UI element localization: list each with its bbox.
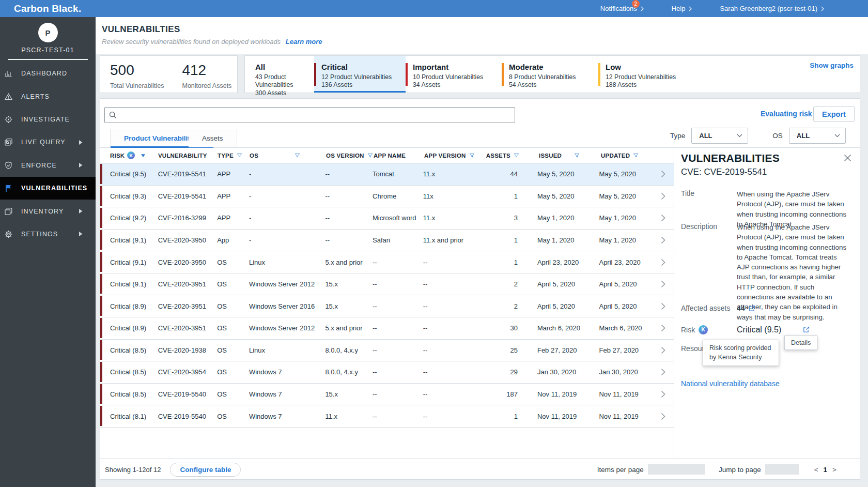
chevron-right-icon	[821, 6, 824, 11]
column-header-issued[interactable]: ISSUED	[522, 153, 601, 159]
sidebar-item-label: DASHBOARD	[21, 70, 67, 77]
filter-icon[interactable]	[237, 153, 242, 158]
row-expand-chevron-icon[interactable]	[661, 214, 674, 222]
filter-icon[interactable]	[295, 153, 300, 158]
type-filter-select[interactable]: ALL	[691, 128, 748, 144]
close-icon[interactable]	[844, 154, 851, 162]
table-row[interactable]: Critical (8.1)CVE-2019-5540OSWindows 711…	[100, 405, 674, 428]
table-row[interactable]: Critical (9.1)CVE-2020-3951OSWindows Ser…	[100, 273, 674, 296]
sidebar-item-alerts[interactable]: ALERTS	[0, 85, 96, 108]
filter-icon[interactable]	[574, 153, 580, 158]
column-header-updated[interactable]: UPDATED	[601, 153, 663, 159]
filter-icon[interactable]	[514, 153, 519, 158]
row-expand-chevron-icon[interactable]	[661, 236, 674, 244]
avatar[interactable]: P	[38, 23, 58, 42]
brand-logo[interactable]: Carbon Black.	[0, 3, 81, 14]
column-header-app-version[interactable]: APP VERSION	[424, 153, 481, 159]
cell-vulnerability: CVE-2020-3951	[158, 324, 218, 332]
table-row[interactable]: Critical (9.2)CVE-2016-3299APP---Microso…	[100, 207, 674, 230]
os-filter-select[interactable]: ALL	[789, 128, 846, 144]
row-expand-chevron-icon[interactable]	[661, 280, 674, 288]
cell-updated: April 23, 2020	[599, 258, 661, 266]
notifications-button[interactable]: Notifications 2	[600, 5, 644, 12]
severity-tab-all[interactable]: All43 Product Vulnerabilties300 Assets	[245, 56, 314, 93]
severity-tab-important[interactable]: Important10 Product Vulnerabilties34 Ass…	[406, 56, 502, 93]
sidebar-item-live-query[interactable]: LIVE QUERY	[0, 131, 96, 154]
column-header-vulnerability[interactable]: VULNERABILITY	[158, 153, 218, 159]
cell-vulnerability: CVE-2020-3951	[158, 280, 218, 288]
show-graphs-link[interactable]: Show graphs	[810, 62, 854, 69]
row-expand-chevron-icon[interactable]	[661, 302, 674, 310]
column-header-type[interactable]: TYPE	[218, 153, 250, 159]
cell-assets: 2	[479, 280, 521, 288]
row-expand-chevron-icon[interactable]	[661, 346, 674, 354]
column-header-risk[interactable]: RISKK	[110, 151, 158, 159]
evaluating-risk-link[interactable]: Evaluating risk	[761, 110, 812, 118]
table-row[interactable]: Critical (9.3)CVE-2019-5541APP---Chrome1…	[100, 186, 674, 208]
row-expand-chevron-icon[interactable]	[661, 192, 674, 200]
cell-os: -	[249, 236, 325, 244]
configure-table-button[interactable]: Configure table	[170, 463, 241, 477]
help-button[interactable]: Help	[672, 5, 692, 12]
next-page-button[interactable]: >	[832, 466, 836, 474]
cell-type: APP	[217, 192, 249, 200]
table-row[interactable]: Critical (8.5)CVE-2019-5540OSWindows 715…	[100, 384, 674, 406]
column-header-os-version[interactable]: OS VERSION	[326, 153, 374, 159]
sidebar-item-dashboard[interactable]: DASHBOARD	[0, 62, 96, 85]
export-button[interactable]: Export	[813, 106, 855, 122]
prev-page-button[interactable]: <	[814, 466, 818, 474]
tab-assets[interactable]: Assets	[189, 129, 237, 147]
items-per-page-input[interactable]	[648, 464, 705, 475]
filter-icon[interactable]	[469, 153, 475, 158]
table-row[interactable]: Critical (8.9)CVE-2020-3951OSWindows Ser…	[100, 295, 674, 317]
column-label: APP VERSION	[424, 153, 466, 159]
sidebar-item-investigate[interactable]: INVESTIGATE	[0, 108, 96, 131]
external-link-icon[interactable]	[803, 326, 810, 333]
severity-asset-count: 136 Assets	[321, 81, 392, 89]
row-expand-chevron-icon[interactable]	[661, 390, 674, 398]
severity-tab-critical[interactable]: Critical12 Product Vulnerabilties136 Ass…	[314, 56, 406, 93]
filter-icon[interactable]	[633, 153, 639, 158]
user-menu-button[interactable]: Sarah Greenberg2 (pscr-test-01)	[720, 5, 824, 12]
filter-icon[interactable]	[367, 153, 373, 158]
cell-app-name: Chrome	[373, 192, 423, 200]
row-severity-bar	[100, 186, 102, 206]
table-row[interactable]: Critical (9.5)CVE-2019-5541APP---Tomcat1…	[100, 163, 674, 186]
column-header-os[interactable]: OS	[250, 153, 326, 159]
column-header-app-name[interactable]: APP NAME	[374, 153, 424, 159]
jump-to-page-input[interactable]	[765, 464, 799, 475]
cell-os-version: 11.x	[325, 413, 373, 420]
learn-more-link[interactable]: Learn more	[286, 38, 322, 45]
row-expand-chevron-icon[interactable]	[661, 324, 674, 332]
row-severity-bar	[100, 318, 102, 338]
table-row[interactable]: Critical (8.9)CVE-2020-3951OSWindows Ser…	[100, 317, 674, 340]
nvd-link[interactable]: National vulnerability database	[681, 379, 850, 388]
table-row[interactable]: Critical (8.5)CVE-2020-1938OSLinux8.0.0,…	[100, 340, 674, 362]
sort-desc-icon[interactable]	[141, 154, 146, 158]
column-label: APP NAME	[374, 153, 406, 159]
row-expand-chevron-icon[interactable]	[661, 170, 674, 178]
row-expand-chevron-icon[interactable]	[661, 413, 674, 420]
column-header-assets[interactable]: ASSETS	[481, 153, 522, 159]
cell-type: OS	[217, 390, 249, 398]
row-expand-chevron-icon[interactable]	[661, 258, 674, 266]
sidebar-item-vulnerabilities[interactable]: VULNERABILITIES	[0, 177, 96, 200]
external-link-icon[interactable]	[749, 305, 755, 312]
severity-tab-low[interactable]: Low12 Product Vulnerabilties188 Assets	[598, 56, 691, 93]
table-row[interactable]: Critical (9.1)CVE-2020-3950App---Safari1…	[100, 230, 674, 252]
cell-os: Linux	[249, 258, 325, 266]
table-row[interactable]: Critical (9.1)CVE-2020-3950OSLinux5.x an…	[100, 251, 674, 273]
sidebar-item-enforce[interactable]: ENFORCE	[0, 154, 96, 177]
severity-tab-moderate[interactable]: Moderate8 Product Vulnerabilties54 Asset…	[502, 56, 598, 93]
sidebar-item-settings[interactable]: SETTINGS	[0, 223, 96, 246]
row-expand-chevron-icon[interactable]	[661, 368, 674, 376]
cell-issued: May 5, 2020	[521, 192, 599, 200]
cell-app-version: --	[423, 368, 480, 376]
severity-filter-card: All43 Product Vulnerabilties300 AssetsCr…	[244, 55, 860, 93]
cell-os-version: 15.x	[325, 280, 373, 288]
cell-os: Windows 7	[249, 413, 325, 420]
search-input[interactable]	[104, 107, 515, 123]
sidebar-item-inventory[interactable]: INVENTORY	[0, 200, 96, 222]
table-row[interactable]: Critical (8.5)CVE-2020-3954OSWindows 78.…	[100, 361, 674, 384]
topbar-menu: Notifications 2 Help Sarah Greenberg2 (p…	[600, 5, 868, 12]
